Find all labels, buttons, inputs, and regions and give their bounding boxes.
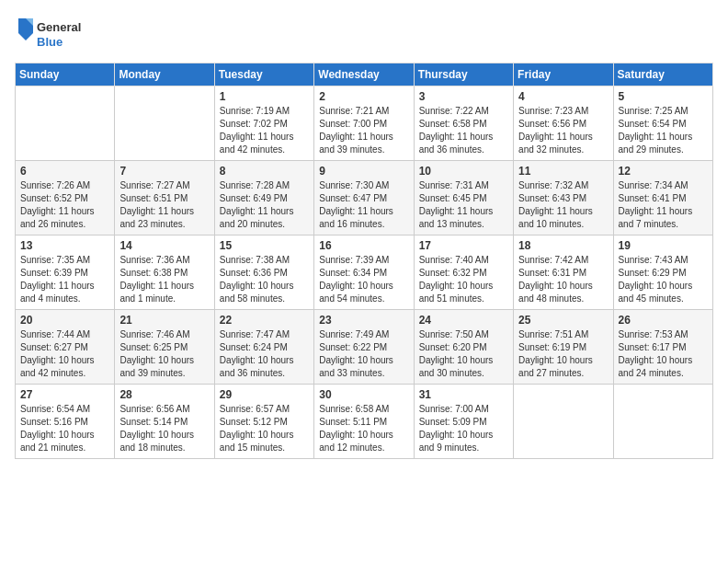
calendar-cell xyxy=(514,385,613,459)
day-info: Sunrise: 7:51 AM Sunset: 6:19 PM Dayligh… xyxy=(518,328,608,380)
day-info: Sunrise: 7:25 AM Sunset: 6:54 PM Dayligh… xyxy=(619,105,708,156)
day-number: 2 xyxy=(319,90,408,103)
calendar-cell: 5Sunrise: 7:25 AM Sunset: 6:54 PM Daylig… xyxy=(613,86,712,161)
day-number: 22 xyxy=(220,314,309,327)
day-info: Sunrise: 7:34 AM Sunset: 6:41 PM Dayligh… xyxy=(619,179,708,231)
day-info: Sunrise: 7:00 AM Sunset: 5:09 PM Dayligh… xyxy=(419,403,508,454)
day-info: Sunrise: 7:46 AM Sunset: 6:25 PM Dayligh… xyxy=(119,328,209,380)
week-row-2: 6Sunrise: 7:26 AM Sunset: 6:52 PM Daylig… xyxy=(16,161,713,236)
day-number: 24 xyxy=(419,314,508,327)
week-row-5: 27Sunrise: 6:54 AM Sunset: 5:16 PM Dayli… xyxy=(16,385,713,459)
calendar-cell: 13Sunrise: 7:35 AM Sunset: 6:39 PM Dayli… xyxy=(16,236,115,310)
logo: General Blue xyxy=(15,15,97,52)
calendar-cell: 3Sunrise: 7:22 AM Sunset: 6:58 PM Daylig… xyxy=(414,86,513,161)
calendar-cell: 8Sunrise: 7:28 AM Sunset: 6:49 PM Daylig… xyxy=(214,161,313,236)
calendar-cell: 4Sunrise: 7:23 AM Sunset: 6:56 PM Daylig… xyxy=(514,86,613,161)
day-info: Sunrise: 7:22 AM Sunset: 6:58 PM Dayligh… xyxy=(419,105,508,156)
col-header-monday: Monday xyxy=(115,63,214,86)
calendar-cell: 21Sunrise: 7:46 AM Sunset: 6:25 PM Dayli… xyxy=(115,310,214,385)
calendar-cell: 18Sunrise: 7:42 AM Sunset: 6:31 PM Dayli… xyxy=(514,236,613,310)
day-number: 18 xyxy=(518,239,608,252)
day-info: Sunrise: 6:56 AM Sunset: 5:14 PM Dayligh… xyxy=(119,403,209,454)
day-number: 25 xyxy=(518,314,608,327)
day-info: Sunrise: 7:49 AM Sunset: 6:22 PM Dayligh… xyxy=(319,328,408,380)
day-number: 30 xyxy=(319,388,408,401)
week-row-4: 20Sunrise: 7:44 AM Sunset: 6:27 PM Dayli… xyxy=(16,310,713,385)
day-number: 4 xyxy=(518,90,608,103)
day-number: 13 xyxy=(20,239,109,252)
day-info: Sunrise: 7:53 AM Sunset: 6:17 PM Dayligh… xyxy=(619,328,708,380)
calendar-cell xyxy=(16,86,115,161)
calendar-cell: 16Sunrise: 7:39 AM Sunset: 6:34 PM Dayli… xyxy=(314,236,414,310)
day-number: 20 xyxy=(20,314,109,327)
day-number: 7 xyxy=(119,165,209,178)
calendar-cell: 19Sunrise: 7:43 AM Sunset: 6:29 PM Dayli… xyxy=(613,236,712,310)
day-number: 14 xyxy=(119,239,209,252)
day-info: Sunrise: 7:30 AM Sunset: 6:47 PM Dayligh… xyxy=(319,179,408,231)
col-header-tuesday: Tuesday xyxy=(214,63,313,86)
calendar-cell: 15Sunrise: 7:38 AM Sunset: 6:36 PM Dayli… xyxy=(214,236,313,310)
calendar-cell: 20Sunrise: 7:44 AM Sunset: 6:27 PM Dayli… xyxy=(16,310,115,385)
calendar-cell: 17Sunrise: 7:40 AM Sunset: 6:32 PM Dayli… xyxy=(414,236,513,310)
day-info: Sunrise: 6:58 AM Sunset: 5:11 PM Dayligh… xyxy=(319,403,408,454)
calendar-cell: 14Sunrise: 7:36 AM Sunset: 6:38 PM Dayli… xyxy=(115,236,214,310)
day-info: Sunrise: 7:43 AM Sunset: 6:29 PM Dayligh… xyxy=(619,254,708,305)
calendar-cell: 31Sunrise: 7:00 AM Sunset: 5:09 PM Dayli… xyxy=(414,385,513,459)
day-number: 19 xyxy=(619,239,708,252)
day-info: Sunrise: 7:40 AM Sunset: 6:32 PM Dayligh… xyxy=(419,254,508,305)
calendar-cell: 9Sunrise: 7:30 AM Sunset: 6:47 PM Daylig… xyxy=(314,161,414,236)
day-number: 23 xyxy=(319,314,408,327)
calendar-cell: 27Sunrise: 6:54 AM Sunset: 5:16 PM Dayli… xyxy=(16,385,115,459)
day-number: 10 xyxy=(419,165,508,178)
calendar-cell: 22Sunrise: 7:47 AM Sunset: 6:24 PM Dayli… xyxy=(214,310,313,385)
day-number: 21 xyxy=(119,314,209,327)
day-number: 11 xyxy=(518,165,608,178)
col-header-wednesday: Wednesday xyxy=(314,63,414,86)
day-number: 31 xyxy=(419,388,508,401)
calendar-cell: 12Sunrise: 7:34 AM Sunset: 6:41 PM Dayli… xyxy=(613,161,712,236)
week-row-1: 1Sunrise: 7:19 AM Sunset: 7:02 PM Daylig… xyxy=(16,86,713,161)
logo-text-block: General Blue xyxy=(15,15,97,52)
day-number: 28 xyxy=(119,388,209,401)
day-info: Sunrise: 7:32 AM Sunset: 6:43 PM Dayligh… xyxy=(518,179,608,231)
day-info: Sunrise: 6:54 AM Sunset: 5:16 PM Dayligh… xyxy=(20,403,109,454)
col-header-thursday: Thursday xyxy=(414,63,513,86)
calendar-cell: 26Sunrise: 7:53 AM Sunset: 6:17 PM Dayli… xyxy=(613,310,712,385)
calendar-cell: 29Sunrise: 6:57 AM Sunset: 5:12 PM Dayli… xyxy=(214,385,313,459)
day-info: Sunrise: 7:36 AM Sunset: 6:38 PM Dayligh… xyxy=(119,254,209,305)
calendar-cell: 6Sunrise: 7:26 AM Sunset: 6:52 PM Daylig… xyxy=(16,161,115,236)
day-number: 17 xyxy=(419,239,508,252)
calendar-cell: 24Sunrise: 7:50 AM Sunset: 6:20 PM Dayli… xyxy=(414,310,513,385)
calendar-cell: 2Sunrise: 7:21 AM Sunset: 7:00 PM Daylig… xyxy=(314,86,414,161)
col-header-saturday: Saturday xyxy=(613,63,712,86)
day-number: 12 xyxy=(619,165,708,178)
day-info: Sunrise: 7:44 AM Sunset: 6:27 PM Dayligh… xyxy=(20,328,109,380)
day-info: Sunrise: 7:28 AM Sunset: 6:49 PM Dayligh… xyxy=(220,179,309,231)
day-info: Sunrise: 7:27 AM Sunset: 6:51 PM Dayligh… xyxy=(119,179,209,231)
calendar-cell: 30Sunrise: 6:58 AM Sunset: 5:11 PM Dayli… xyxy=(314,385,414,459)
col-header-sunday: Sunday xyxy=(16,63,115,86)
day-info: Sunrise: 7:38 AM Sunset: 6:36 PM Dayligh… xyxy=(220,254,309,305)
day-number: 5 xyxy=(619,90,708,103)
calendar-cell: 10Sunrise: 7:31 AM Sunset: 6:45 PM Dayli… xyxy=(414,161,513,236)
calendar-cell xyxy=(115,86,214,161)
day-number: 8 xyxy=(220,165,309,178)
day-info: Sunrise: 7:50 AM Sunset: 6:20 PM Dayligh… xyxy=(419,328,508,380)
col-header-friday: Friday xyxy=(514,63,613,86)
day-info: Sunrise: 7:19 AM Sunset: 7:02 PM Dayligh… xyxy=(220,105,309,156)
day-info: Sunrise: 7:21 AM Sunset: 7:00 PM Dayligh… xyxy=(319,105,408,156)
day-number: 16 xyxy=(319,239,408,252)
day-info: Sunrise: 7:42 AM Sunset: 6:31 PM Dayligh… xyxy=(518,254,608,305)
svg-text:General: General xyxy=(37,20,81,34)
day-number: 6 xyxy=(20,165,109,178)
day-number: 26 xyxy=(619,314,708,327)
page-header: General Blue xyxy=(15,15,713,52)
day-number: 9 xyxy=(319,165,408,178)
day-info: Sunrise: 7:47 AM Sunset: 6:24 PM Dayligh… xyxy=(220,328,309,380)
day-info: Sunrise: 7:26 AM Sunset: 6:52 PM Dayligh… xyxy=(20,179,109,231)
calendar-cell: 11Sunrise: 7:32 AM Sunset: 6:43 PM Dayli… xyxy=(514,161,613,236)
day-number: 15 xyxy=(220,239,309,252)
day-info: Sunrise: 6:57 AM Sunset: 5:12 PM Dayligh… xyxy=(220,403,309,454)
day-info: Sunrise: 7:39 AM Sunset: 6:34 PM Dayligh… xyxy=(319,254,408,305)
calendar-cell: 28Sunrise: 6:56 AM Sunset: 5:14 PM Dayli… xyxy=(115,385,214,459)
